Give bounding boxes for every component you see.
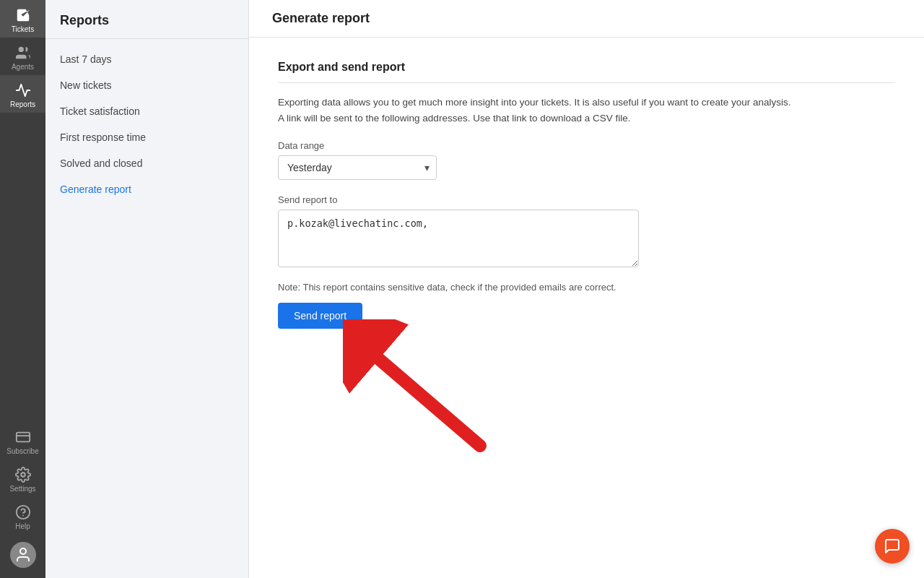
nav-item-tickets[interactable]: Tickets [0,0,45,38]
icon-nav: Tickets Agents Reports Subscribe Setting… [0,0,45,578]
svg-rect-0 [16,433,29,442]
send-report-to-group: Send report to [278,194,895,267]
sidebar-menu: Last 7 days New tickets Ticket satisfact… [45,39,248,578]
help-icon [15,504,31,520]
icon-nav-bottom: Subscribe Settings Help [0,422,45,578]
send-report-to-textarea[interactable] [278,210,639,267]
nav-label-tickets: Tickets [12,25,34,33]
sidebar-item-solvedandclosed[interactable]: Solved and closed [45,150,248,176]
nav-label-subscribe: Subscribe [6,447,38,455]
sidebar-item-ticketsatisfaction[interactable]: Ticket satisfaction [45,98,248,124]
nav-label-help: Help [15,522,30,530]
sidebar-item-last7days[interactable]: Last 7 days [45,46,248,72]
nav-item-avatar[interactable] [0,535,45,572]
data-range-group: Data range Today Yesterday Last 7 days L… [278,140,895,180]
sidebar-title: Reports [45,0,248,39]
description-text: Exporting data allows you to get much mo… [278,95,827,126]
send-report-to-label: Send report to [278,194,895,205]
subscribe-icon [15,429,31,445]
data-range-select-wrapper: Today Yesterday Last 7 days Last 30 days… [278,155,437,180]
sidebar: Reports Last 7 days New tickets Ticket s… [45,0,249,578]
arrow-annotation [343,319,502,467]
nav-label-settings: Settings [9,485,35,493]
icon-nav-top: Tickets Agents Reports [0,0,45,422]
section-title: Export and send report [278,61,895,83]
send-report-button[interactable]: Send report [278,303,362,329]
users-icon [15,45,31,61]
sidebar-item-firstresponsetime[interactable]: First response time [45,124,248,150]
data-range-label: Data range [278,140,895,151]
chat-bubble-icon [884,538,901,555]
avatar [10,542,36,568]
nav-item-settings[interactable]: Settings [0,460,45,497]
nav-label-agents: Agents [12,63,34,71]
page-title: Generate report [272,11,370,26]
main-content: Generate report Export and send report E… [249,0,924,578]
gear-icon [15,467,31,483]
main-body: Export and send report Exporting data al… [249,38,924,578]
sidebar-item-newtickets[interactable]: New tickets [45,72,248,98]
chart-line-icon [15,82,31,98]
data-range-select[interactable]: Today Yesterday Last 7 days Last 30 days… [278,155,437,180]
check-square-icon [15,7,31,23]
nav-item-agents[interactable]: Agents [0,38,45,75]
svg-line-6 [379,359,480,446]
note-text: Note: This report contains sensitive dat… [278,282,895,293]
sidebar-item-generatereport[interactable]: Generate report [45,176,248,202]
nav-item-reports[interactable]: Reports [0,75,45,113]
main-header: Generate report [249,0,924,38]
chat-bubble-button[interactable] [875,529,910,564]
user-avatar-icon [14,546,32,564]
nav-label-reports: Reports [10,100,35,108]
nav-item-subscribe[interactable]: Subscribe [0,422,45,460]
nav-item-help[interactable]: Help [0,497,45,535]
svg-point-2 [21,473,25,477]
